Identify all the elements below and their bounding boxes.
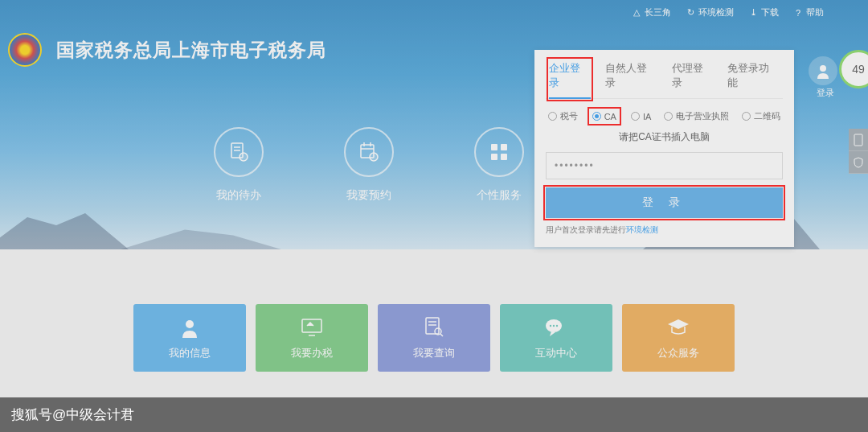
graduation-icon xyxy=(666,315,690,339)
category-query[interactable]: 我要查询 xyxy=(378,304,490,372)
top-bar: △ 长三角 ↻ 环境检测 ⤓ 下载 ? 帮助 xyxy=(0,0,868,19)
svg-rect-11 xyxy=(491,154,497,160)
svg-rect-12 xyxy=(501,154,507,160)
category-public[interactable]: 公众服务 xyxy=(622,304,735,372)
widget-tool-shield[interactable] xyxy=(849,151,868,174)
method-label: CA xyxy=(604,112,616,121)
svg-point-8 xyxy=(370,153,378,161)
svg-point-25 xyxy=(553,325,555,327)
password-input[interactable] xyxy=(546,152,783,179)
nav-pending[interactable]: 我的待办 xyxy=(214,127,264,203)
category-myinfo[interactable]: 我的信息 xyxy=(133,304,246,372)
tax-bureau-logo xyxy=(8,33,42,67)
calendar-icon xyxy=(344,127,394,177)
method-tax-no[interactable]: 税号 xyxy=(548,110,578,122)
category-interact[interactable]: 互动中心 xyxy=(500,304,612,372)
env-check-link[interactable]: 环境检测 xyxy=(626,225,658,234)
method-ebl[interactable]: 电子营业执照 xyxy=(664,110,729,122)
monitor-icon xyxy=(300,315,324,339)
login-footer-text: 用户首次登录请先进行 xyxy=(546,225,626,234)
method-label: IA xyxy=(643,112,651,121)
top-link-label: 下载 xyxy=(761,6,779,19)
document-search-icon xyxy=(422,315,446,339)
login-footer: 用户首次登录请先进行环境检测 xyxy=(546,224,783,236)
radio-icon xyxy=(742,112,751,121)
top-link-download[interactable]: ⤓ 下载 xyxy=(748,6,779,19)
svg-rect-10 xyxy=(501,144,507,150)
svg-rect-18 xyxy=(426,318,439,334)
cat-label: 互动中心 xyxy=(535,346,577,360)
widget-tool-phone[interactable] xyxy=(849,129,868,151)
tab-natural-login[interactable]: 自然人登录 xyxy=(605,60,657,92)
cat-label: 我的信息 xyxy=(169,346,211,360)
widget-score[interactable]: 49 xyxy=(839,50,868,88)
svg-rect-9 xyxy=(491,144,497,150)
login-avatar-label: 登录 xyxy=(817,87,834,99)
login-button[interactable]: 登 录 xyxy=(546,187,783,218)
svg-point-3 xyxy=(240,153,248,161)
top-link-label: 环境检测 xyxy=(698,6,734,19)
method-label: 电子营业执照 xyxy=(676,110,729,122)
top-link-label: 帮助 xyxy=(806,6,824,19)
top-link-env[interactable]: ↻ 环境检测 xyxy=(686,6,734,19)
download-icon: ⤓ xyxy=(748,8,758,18)
login-hint: 请把CA证书插入电脑 xyxy=(546,130,783,144)
radio-icon xyxy=(664,112,673,121)
svg-rect-14 xyxy=(854,134,862,146)
method-label: 税号 xyxy=(560,110,578,122)
tab-agent-login[interactable]: 代理登录 xyxy=(672,60,714,92)
top-link-label: 长三角 xyxy=(645,6,671,19)
clipboard-icon xyxy=(214,127,264,177)
method-ia[interactable]: IA xyxy=(631,110,651,122)
person-icon xyxy=(178,315,202,339)
svg-point-24 xyxy=(550,325,551,327)
login-panel: 企业登录 自然人登录 代理登录 免登录功能 税号 CA IA 电子营业执照 二维… xyxy=(534,50,794,247)
tab-nologin[interactable]: 免登录功能 xyxy=(727,60,780,92)
svg-point-13 xyxy=(820,65,826,72)
svg-line-22 xyxy=(440,334,443,336)
svg-point-15 xyxy=(186,320,194,328)
cat-label: 我要办税 xyxy=(291,346,333,360)
login-avatar-button[interactable] xyxy=(809,56,837,85)
tab-enterprise-login[interactable]: 企业登录 xyxy=(549,60,591,99)
nav-appointment[interactable]: 我要预约 xyxy=(344,127,394,203)
refresh-icon: ↻ xyxy=(686,8,695,18)
triangle-icon: △ xyxy=(632,8,641,18)
watermark: 搜狐号@中级会计君 xyxy=(0,397,868,432)
category-dotax[interactable]: 我要办税 xyxy=(256,304,368,372)
radio-icon xyxy=(592,112,601,121)
method-ca[interactable]: CA xyxy=(591,110,618,122)
page-title: 国家税务总局上海市电子税务局 xyxy=(56,38,326,63)
nav-personal[interactable]: 个性服务 xyxy=(474,127,524,203)
method-qr[interactable]: 二维码 xyxy=(742,110,780,122)
widget-value: 49 xyxy=(852,63,865,76)
grid-icon xyxy=(474,127,524,177)
method-label: 二维码 xyxy=(754,110,780,122)
radio-icon xyxy=(631,112,640,121)
top-link-help[interactable]: ? 帮助 xyxy=(793,6,824,19)
top-link-csj[interactable]: △ 长三角 xyxy=(632,6,671,19)
cat-label: 我要查询 xyxy=(413,346,455,360)
radio-icon xyxy=(548,112,557,121)
chat-icon xyxy=(544,315,568,339)
svg-point-26 xyxy=(556,325,558,327)
help-icon: ? xyxy=(793,8,803,18)
cat-label: 公众服务 xyxy=(657,346,699,360)
